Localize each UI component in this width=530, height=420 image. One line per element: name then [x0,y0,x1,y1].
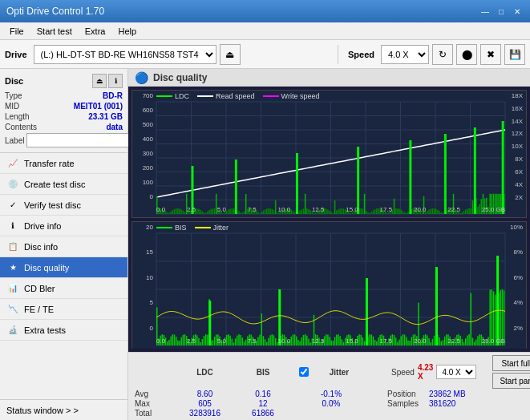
disc-quality-icon: ★ [6,261,19,274]
position-row: Position 23862 MB [387,390,466,398]
ldc-y-axis-left: 700 600 500 400 300 200 100 0 [132,91,156,203]
erase-button[interactable]: ✖ [480,44,501,65]
sidebar-item-label: FE / TE [24,305,54,314]
disc-info-btn[interactable]: ℹ [108,74,123,88]
ldc-x-axis: 0.0 2.5 5.0 7.5 10.0 12.5 15.0 17.5 20.0… [156,203,505,217]
ldc-legend-color [156,95,172,97]
sidebar-item-disc-quality[interactable]: ★ Disc quality [0,257,127,278]
speed-select[interactable]: 4.0 X [381,45,429,64]
bis-chart: BIS Jitter 20 15 10 5 0 10% [131,221,527,349]
sidebar-item-label: Disc info [24,242,58,252]
transfer-rate-icon: 📈 [6,157,19,170]
maximize-button[interactable]: □ [495,5,508,18]
sidebar-item-create-test-disc[interactable]: 💿 Create test disc [0,174,127,195]
start-buttons: Start full Start part [492,355,530,389]
drive-dropdown[interactable]: (L:) HL-DT-ST BD-RE WH16NS58 TST4 [34,45,216,64]
samples-row: Samples 381620 [387,399,455,408]
toolbar: Drive (L:) HL-DT-ST BD-RE WH16NS58 TST4 … [0,40,530,69]
create-test-disc-icon: 💿 [6,178,19,191]
jitter-checkbox[interactable] [299,367,309,377]
avg-bis: 0.16 [243,390,283,398]
disc-label-input[interactable] [26,133,135,147]
sidebar-item-drive-info[interactable]: ℹ Drive info [0,216,127,236]
samples-section: Samples 381620 [387,399,455,408]
position-section: Position 23862 MB [387,390,466,398]
extra-tests-icon: 🔬 [6,324,19,337]
bis-y-axis-left: 20 15 10 5 0 [132,222,156,334]
avg-ldc: 8.60 [183,390,227,398]
stats-row-avg: Avg 8.60 0.16 -0.1% Position 23862 MB [135,390,524,398]
disc-contents-label: Contents [5,123,37,131]
speed-label: Speed [348,50,374,59]
ldc-y-axis-right: 18X 16X 14X 12X 10X 8X 6X 4X 2X [505,91,526,203]
sidebar-item-label: CD Bler [24,284,55,293]
sidebar-item-disc-info[interactable]: 📋 Disc info [0,236,127,257]
sidebar-item-label: Disc quality [24,263,69,273]
sidebar-item-verify-test-disc[interactable]: ✓ Verify test disc [0,195,127,216]
sidebar-item-cd-bler[interactable]: 📊 CD Bler [0,278,127,299]
ldc-legend-item: LDC [156,92,189,100]
avg-jitter: -0.1% [299,390,363,398]
sidebar-item-fe-te[interactable]: 📉 FE / TE [0,299,127,320]
menu-extra[interactable]: Extra [79,25,112,38]
drive-label: Drive [5,50,27,59]
status-window-button[interactable]: Status window > > [0,399,127,420]
disc-mid-label: MID [5,102,19,111]
save-button[interactable]: 💾 [504,44,525,65]
samples-label: Samples [387,399,426,408]
position-label: Position [387,390,426,398]
disc-length-value: 23.31 GB [88,112,123,121]
sidebar-item-extra-tests[interactable]: 🔬 Extra tests [0,320,127,341]
disc-eject-btn[interactable]: ⏏ [92,74,107,88]
disc-type-value: BD-R [103,91,123,100]
position-value: 23862 MB [429,390,466,398]
verify-test-disc-icon: ✓ [6,199,19,212]
disc-quality-title: Disc quality [153,72,207,83]
record-button[interactable]: ⬤ [456,44,477,65]
disc-label-row: Label ▶ [5,133,123,147]
total-label: Total [135,409,167,418]
sidebar-item-label: Extra tests [24,325,66,335]
menu-start-test[interactable]: Start test [30,25,79,38]
samples-value: 381620 [429,399,455,408]
disc-type-field: Type BD-R [5,91,123,100]
ldc-legend-label: LDC [175,92,189,100]
minimize-button[interactable]: — [479,5,492,18]
read-speed-legend-label: Read speed [216,92,255,100]
max-bis: 12 [243,399,283,408]
sidebar-item-transfer-rate[interactable]: 📈 Transfer rate [0,153,127,174]
status-window-label: Status window > > [6,406,79,415]
refresh-button[interactable]: ↻ [432,44,453,65]
jitter-checkbox-row: Jitter [299,367,367,377]
bis-chart-canvas [132,222,526,349]
menu-help[interactable]: Help [111,25,143,38]
disc-quality-header-icon: 🔵 [135,71,148,84]
max-ldc: 605 [183,399,227,408]
stats-row-max: Max 605 12 0.0% Samples 381620 [135,399,524,408]
disc-mid-value: MEIT01 (001) [74,102,123,111]
charts-area: LDC Read speed Write speed 700 600 500 [128,87,530,352]
bis-legend-color [156,227,172,228]
ldc-chart-legend: LDC Read speed Write speed [156,92,319,100]
sidebar-item-label: Transfer rate [24,159,75,168]
drive-select-area: (L:) HL-DT-ST BD-RE WH16NS58 TST4 ⏏ [34,44,331,65]
jitter-legend-color [195,227,211,228]
menu-file[interactable]: File [3,25,30,38]
disc-header: Disc ⏏ ℹ [5,74,123,88]
start-full-button[interactable]: Start full [492,355,530,371]
titlebar-controls: — □ ✕ [479,5,524,18]
close-button[interactable]: ✕ [511,5,524,18]
ldc-column-header: LDC [183,368,227,377]
fe-te-icon: 📉 [6,303,19,316]
sidebar-item-label: Drive info [24,221,61,231]
bis-legend-item: BIS [156,224,187,232]
total-ldc: 3283916 [183,409,227,418]
start-part-button[interactable]: Start part [492,373,530,389]
avg-label: Avg [135,390,167,398]
total-bis: 61866 [243,409,283,418]
max-label: Max [135,399,167,408]
speed-value: 4.23 X [418,363,433,381]
write-speed-legend-item: Write speed [263,92,320,100]
eject-button[interactable]: ⏏ [220,44,241,65]
speed-select-small[interactable]: 4.0 X [436,365,476,379]
